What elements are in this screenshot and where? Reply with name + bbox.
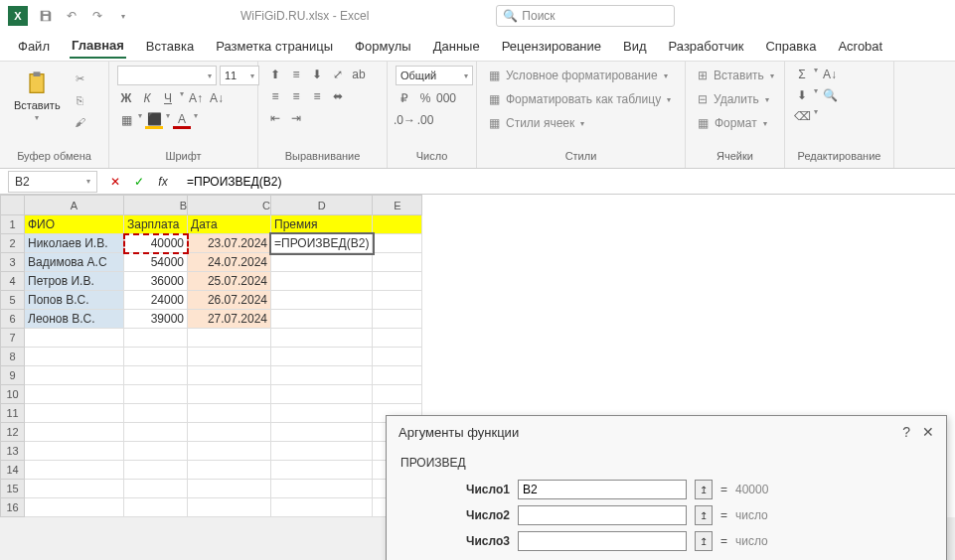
- cell[interactable]: [25, 461, 124, 480]
- close-icon[interactable]: ✕: [922, 424, 934, 440]
- align-bottom-icon[interactable]: ⬇: [308, 66, 326, 83]
- menu-data[interactable]: Данные: [431, 35, 482, 58]
- cell[interactable]: [373, 366, 422, 385]
- cell[interactable]: [271, 348, 373, 366]
- currency-icon[interactable]: ₽: [396, 89, 413, 107]
- menu-insert[interactable]: Вставка: [144, 35, 196, 58]
- cell[interactable]: [188, 461, 271, 480]
- arg-input-2[interactable]: [518, 505, 687, 525]
- cell[interactable]: Попов В.С.: [25, 291, 124, 310]
- cell[interactable]: ФИО: [25, 215, 124, 234]
- cell[interactable]: [25, 385, 124, 404]
- cell[interactable]: Вадимова А.С: [25, 253, 124, 272]
- range-selector-icon[interactable]: ↥: [695, 531, 713, 551]
- delete-cells-button[interactable]: ⊟Удалить▾: [694, 89, 773, 109]
- cell[interactable]: [188, 404, 271, 423]
- cell[interactable]: [373, 385, 422, 404]
- format-cells-button[interactable]: ▦Формат▾: [694, 113, 771, 133]
- cell[interactable]: 23.07.2024: [188, 234, 271, 253]
- row-header[interactable]: 14: [1, 461, 25, 480]
- bold-button[interactable]: Ж: [117, 89, 135, 107]
- row-header[interactable]: 15: [1, 480, 25, 498]
- accept-formula-icon[interactable]: ✓: [129, 171, 149, 193]
- chevron-down-icon[interactable]: ▾: [194, 111, 198, 129]
- cell[interactable]: 25.07.2024: [188, 272, 271, 291]
- row-header[interactable]: 1: [1, 215, 25, 234]
- cell[interactable]: [25, 366, 124, 385]
- font-size-combo[interactable]: 11▾: [220, 66, 259, 85]
- cell[interactable]: [271, 461, 373, 480]
- find-icon[interactable]: 🔍: [821, 86, 839, 104]
- cell-styles-button[interactable]: ▦Стили ячеек▾: [485, 113, 588, 133]
- cell[interactable]: [373, 272, 422, 291]
- menu-help[interactable]: Справка: [763, 35, 818, 58]
- increase-font-icon[interactable]: A↑: [187, 89, 205, 107]
- cell[interactable]: [25, 442, 124, 461]
- cell[interactable]: [124, 480, 188, 498]
- column-header[interactable]: C: [188, 196, 271, 215]
- cell[interactable]: [271, 253, 373, 272]
- increase-decimal-icon[interactable]: .0→: [396, 111, 413, 129]
- cell[interactable]: Зарплата: [124, 215, 188, 234]
- column-header[interactable]: B: [124, 196, 188, 215]
- merge-icon[interactable]: ⬌: [329, 87, 347, 105]
- chevron-down-icon[interactable]: ▾: [814, 86, 818, 104]
- formula-input[interactable]: [181, 171, 955, 193]
- cell[interactable]: [188, 385, 271, 404]
- cell[interactable]: 36000: [124, 272, 188, 291]
- row-header[interactable]: 4: [1, 272, 25, 291]
- align-left-icon[interactable]: ≡: [266, 87, 284, 105]
- cell[interactable]: [124, 404, 188, 423]
- menu-formulas[interactable]: Формулы: [353, 35, 413, 58]
- column-header[interactable]: A: [25, 196, 124, 215]
- cell[interactable]: Леонов В.С.: [25, 310, 124, 329]
- cell[interactable]: [124, 442, 188, 461]
- row-header[interactable]: 2: [1, 234, 25, 253]
- decrease-font-icon[interactable]: A↓: [208, 89, 226, 107]
- menu-acrobat[interactable]: Acrobat: [836, 35, 884, 58]
- cell-selected[interactable]: 40000: [124, 234, 188, 253]
- row-header[interactable]: 16: [1, 498, 25, 517]
- cell[interactable]: [124, 366, 188, 385]
- arg-input-1[interactable]: [518, 480, 687, 499]
- underline-button[interactable]: Ч: [159, 89, 177, 107]
- cell[interactable]: 27.07.2024: [188, 310, 271, 329]
- comma-icon[interactable]: 000: [437, 89, 455, 107]
- row-header[interactable]: 9: [1, 366, 25, 385]
- menu-view[interactable]: Вид: [621, 35, 649, 58]
- cell[interactable]: 24.07.2024: [188, 253, 271, 272]
- decrease-decimal-icon[interactable]: .00: [416, 111, 434, 129]
- sort-filter-icon[interactable]: A↓: [821, 66, 839, 83]
- row-header[interactable]: 10: [1, 385, 25, 404]
- format-as-table-button[interactable]: ▦Форматировать как таблицу▾: [485, 89, 675, 109]
- cell[interactable]: [373, 253, 422, 272]
- row-header[interactable]: 11: [1, 404, 25, 423]
- cell[interactable]: [25, 480, 124, 498]
- cell[interactable]: Премия: [271, 215, 373, 234]
- cell[interactable]: [271, 498, 373, 517]
- cell[interactable]: [271, 366, 373, 385]
- clear-icon[interactable]: ⌫: [793, 107, 811, 125]
- cell-editing[interactable]: =ПРОИЗВЕД(B2): [271, 234, 373, 253]
- row-header[interactable]: 12: [1, 423, 25, 442]
- autosum-icon[interactable]: Σ: [793, 66, 811, 83]
- chevron-down-icon[interactable]: ▾: [166, 111, 170, 129]
- italic-button[interactable]: К: [138, 89, 156, 107]
- cancel-formula-icon[interactable]: ✕: [105, 171, 125, 193]
- align-top-icon[interactable]: ⬆: [266, 66, 284, 83]
- help-icon[interactable]: ?: [902, 424, 910, 440]
- cell[interactable]: [188, 498, 271, 517]
- cell[interactable]: [271, 329, 373, 348]
- row-header[interactable]: 13: [1, 442, 25, 461]
- cell[interactable]: [271, 423, 373, 442]
- align-center-icon[interactable]: ≡: [287, 87, 305, 105]
- cell[interactable]: [271, 385, 373, 404]
- cell[interactable]: [124, 348, 188, 366]
- cell[interactable]: [124, 385, 188, 404]
- arg-input-3[interactable]: [518, 531, 687, 551]
- chevron-down-icon[interactable]: ▾: [814, 107, 818, 125]
- cell[interactable]: [271, 310, 373, 329]
- cell[interactable]: 24000: [124, 291, 188, 310]
- chevron-down-icon[interactable]: ▾: [180, 89, 184, 107]
- cell[interactable]: [25, 329, 124, 348]
